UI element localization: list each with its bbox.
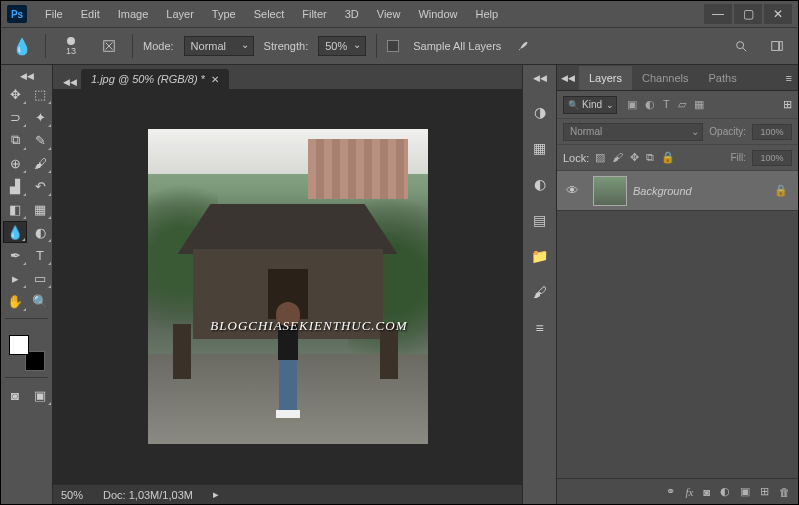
eraser-tool[interactable]: ◧: [3, 198, 27, 220]
doc-tab-strip: ◀◀ 1.jpg @ 50% (RGB/8) * ✕: [53, 65, 522, 89]
strip-collapse-icon[interactable]: ◀◀: [533, 73, 547, 83]
document-tab[interactable]: 1.jpg @ 50% (RGB/8) * ✕: [81, 69, 229, 89]
minimize-button[interactable]: —: [704, 4, 732, 24]
new-layer-icon[interactable]: ⊞: [760, 485, 769, 498]
folder-panel-icon[interactable]: 📁: [529, 245, 551, 267]
move-tool[interactable]: ✥: [3, 83, 27, 105]
brush-tool[interactable]: 🖌: [28, 152, 52, 174]
healing-tool[interactable]: ⊕: [3, 152, 27, 174]
pressure-icon[interactable]: [511, 33, 537, 59]
canvas[interactable]: BLOGCHIASEKIENTHUC.COM: [53, 89, 522, 484]
eyedropper-tool[interactable]: ✎: [28, 129, 52, 151]
menu-3d[interactable]: 3D: [337, 4, 367, 24]
doc-info[interactable]: Doc: 1,03M/1,03M: [103, 489, 193, 501]
mask-icon[interactable]: ◙: [703, 486, 710, 498]
properties-panel-icon[interactable]: ≡: [529, 317, 551, 339]
history-brush-tool[interactable]: ↶: [28, 175, 52, 197]
foreground-color[interactable]: [9, 335, 29, 355]
filter-shape-icon[interactable]: ▱: [678, 98, 686, 111]
pen-tool[interactable]: ✒: [3, 244, 27, 266]
layer-row[interactable]: 👁 Background 🔒: [557, 171, 798, 211]
filter-smart-icon[interactable]: ▦: [694, 98, 704, 111]
blur-tool-icon[interactable]: 💧: [9, 33, 35, 59]
main-menu: File Edit Image Layer Type Select Filter…: [37, 4, 506, 24]
magic-wand-tool[interactable]: ✦: [28, 106, 52, 128]
mode-dropdown[interactable]: Normal: [184, 36, 254, 56]
filter-pixel-icon[interactable]: ▣: [627, 98, 637, 111]
lock-artboard-icon[interactable]: ⧉: [646, 151, 654, 164]
panel-tabs: ◀◀ Layers Channels Paths ≡: [557, 65, 798, 91]
brush-panel-icon[interactable]: [96, 33, 122, 59]
menu-image[interactable]: Image: [110, 4, 157, 24]
lasso-tool[interactable]: ⊃: [3, 106, 27, 128]
hand-tool[interactable]: ✋: [3, 290, 27, 312]
doc-collapse-icon[interactable]: ◀◀: [59, 75, 81, 89]
menu-file[interactable]: File: [37, 4, 71, 24]
screenmode-tool[interactable]: ▣: [28, 384, 52, 406]
blur-tool[interactable]: 💧: [3, 221, 27, 243]
lock-image-icon[interactable]: 🖌: [612, 151, 623, 164]
document-area: ◀◀ 1.jpg @ 50% (RGB/8) * ✕: [53, 65, 523, 504]
lock-transparent-icon[interactable]: ▨: [595, 151, 605, 164]
lock-label: Lock:: [563, 152, 589, 164]
strength-dropdown[interactable]: 50%: [318, 36, 366, 56]
menu-edit[interactable]: Edit: [73, 4, 108, 24]
filter-toggle-icon[interactable]: ⊞: [783, 98, 792, 111]
status-arrow-icon[interactable]: ▸: [213, 488, 219, 501]
menu-type[interactable]: Type: [204, 4, 244, 24]
brush-preset[interactable]: 13: [56, 33, 86, 59]
brush-size: 13: [66, 46, 76, 56]
filter-adjust-icon[interactable]: ◐: [645, 98, 655, 111]
opacity-input[interactable]: 100%: [752, 124, 792, 140]
tools-collapse-icon[interactable]: ◀◀: [3, 69, 50, 83]
tab-paths[interactable]: Paths: [699, 66, 747, 90]
zoom-tool[interactable]: 🔍: [28, 290, 52, 312]
blend-mode-dropdown[interactable]: Normal: [563, 123, 703, 141]
zoom-level[interactable]: 50%: [61, 489, 83, 501]
menu-layer[interactable]: Layer: [158, 4, 202, 24]
lock-position-icon[interactable]: ✥: [630, 151, 639, 164]
delete-layer-icon[interactable]: 🗑: [779, 486, 790, 498]
tab-channels[interactable]: Channels: [632, 66, 698, 90]
filter-kind-dropdown[interactable]: Kind: [563, 96, 617, 114]
menu-view[interactable]: View: [369, 4, 409, 24]
swatches-panel-icon[interactable]: ▦: [529, 137, 551, 159]
maximize-button[interactable]: ▢: [734, 4, 762, 24]
adjustment-layer-icon[interactable]: ◐: [720, 485, 730, 498]
menu-select[interactable]: Select: [246, 4, 293, 24]
fill-input[interactable]: 100%: [752, 150, 792, 166]
gradient-tool[interactable]: ▦: [28, 198, 52, 220]
layer-name[interactable]: Background: [633, 185, 774, 197]
close-button[interactable]: ✕: [764, 4, 792, 24]
quickmask-tool[interactable]: ◙: [3, 384, 27, 406]
shape-tool[interactable]: ▭: [28, 267, 52, 289]
panel-collapse-icon[interactable]: ◀◀: [557, 73, 579, 83]
panel-menu-icon[interactable]: ≡: [780, 72, 798, 84]
search-icon[interactable]: [728, 33, 754, 59]
menu-filter[interactable]: Filter: [294, 4, 334, 24]
lock-all-icon[interactable]: 🔒: [661, 151, 675, 164]
fx-icon[interactable]: fx: [685, 486, 693, 498]
tab-layers[interactable]: Layers: [579, 66, 632, 90]
menu-help[interactable]: Help: [468, 4, 507, 24]
link-layers-icon[interactable]: ⚭: [666, 485, 675, 498]
stamp-tool[interactable]: ▟: [3, 175, 27, 197]
marquee-tool[interactable]: ⬚: [28, 83, 52, 105]
group-icon[interactable]: ▣: [740, 485, 750, 498]
sample-all-checkbox[interactable]: [387, 40, 399, 52]
path-select-tool[interactable]: ▸: [3, 267, 27, 289]
libraries-panel-icon[interactable]: ▤: [529, 209, 551, 231]
tab-close-icon[interactable]: ✕: [211, 74, 219, 85]
workspace-icon[interactable]: [764, 33, 790, 59]
layer-thumbnail[interactable]: [593, 176, 627, 206]
dodge-tool[interactable]: ◐: [28, 221, 52, 243]
type-tool[interactable]: T: [28, 244, 52, 266]
crop-tool[interactable]: ⧉: [3, 129, 27, 151]
color-panel-icon[interactable]: ◑: [529, 101, 551, 123]
collapsed-panels-strip: ◀◀ ◑ ▦ ◐ ▤ 📁 🖌 ≡: [523, 65, 557, 504]
adjustments-panel-icon[interactable]: ◐: [529, 173, 551, 195]
filter-type-icon[interactable]: T: [663, 98, 670, 111]
layer-visibility-icon[interactable]: 👁: [557, 183, 587, 198]
menu-window[interactable]: Window: [410, 4, 465, 24]
brushes-panel-icon[interactable]: 🖌: [529, 281, 551, 303]
